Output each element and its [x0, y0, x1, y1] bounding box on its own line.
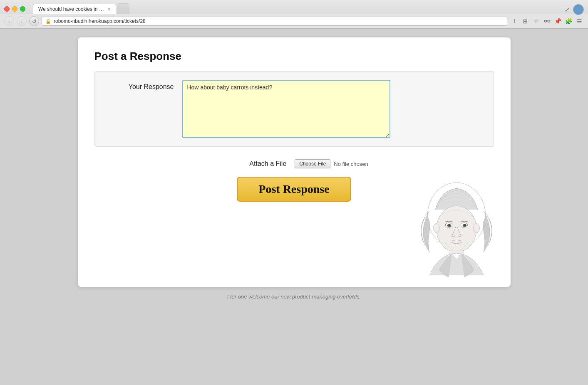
- svg-point-8: [464, 225, 466, 226]
- new-tab-placeholder[interactable]: [117, 3, 129, 14]
- response-form-row: Your Response: [107, 80, 481, 138]
- mask-icon[interactable]: 👓: [542, 17, 551, 26]
- response-form-section: Your Response: [94, 71, 494, 147]
- tab-close-icon[interactable]: ✕: [107, 7, 111, 12]
- browser-chrome: We should have cookies in t… ✕ ⤢ ‹ › ↺ 🔒…: [0, 0, 588, 29]
- url-text: robomo-nbudin.herokuapp.com/tickets/28: [54, 18, 504, 24]
- lock-icon: 🔒: [45, 19, 51, 24]
- refresh-icon: ↺: [32, 18, 37, 25]
- main-card: Post a Response Your Response Attach a F…: [78, 37, 511, 287]
- portrait-image: [402, 179, 511, 287]
- response-label: Your Response: [107, 80, 174, 91]
- choose-file-button[interactable]: Choose File: [295, 159, 330, 168]
- file-attach-row: Attach a File Choose File No file chosen: [94, 155, 494, 173]
- response-textarea[interactable]: [182, 80, 390, 138]
- maximize-window-button[interactable]: [20, 6, 25, 12]
- tab-title: We should have cookies in t…: [38, 6, 105, 12]
- puzzle-icon[interactable]: 🧩: [564, 17, 573, 26]
- footer-text: I for one welcome our new product-managi…: [227, 294, 361, 300]
- nav-bar: ‹ › ↺ 🔒 robomo-nbudin.herokuapp.com/tick…: [0, 14, 588, 29]
- extensions-icon[interactable]: ⊞: [521, 17, 530, 26]
- star-icon[interactable]: ☆: [531, 17, 541, 26]
- refresh-button[interactable]: ↺: [29, 16, 39, 26]
- portrait-svg: [402, 179, 511, 287]
- window-controls: [4, 6, 25, 12]
- expand-icon[interactable]: ⤢: [565, 6, 570, 13]
- browser-toolbar-icons: I ⊞ ☆ 👓 📌 🧩 ☰: [510, 17, 584, 26]
- active-tab[interactable]: We should have cookies in t… ✕: [33, 4, 116, 14]
- svg-point-2: [436, 206, 476, 252]
- minimize-window-button[interactable]: [12, 6, 17, 12]
- back-button[interactable]: ‹: [4, 16, 14, 26]
- pin-icon[interactable]: 📌: [553, 17, 562, 26]
- title-bar: We should have cookies in t… ✕ ⤢: [0, 0, 588, 14]
- forward-button[interactable]: ›: [17, 16, 27, 26]
- back-icon: ‹: [8, 18, 10, 25]
- profile-avatar[interactable]: [573, 4, 584, 15]
- close-window-button[interactable]: [4, 6, 10, 12]
- address-bar[interactable]: 🔒 robomo-nbudin.herokuapp.com/tickets/28: [42, 17, 507, 26]
- tab-bar: We should have cookies in t… ✕: [33, 3, 129, 14]
- cursor-icon[interactable]: I: [510, 17, 519, 26]
- file-input-group: Choose File No file chosen: [295, 159, 368, 168]
- forward-icon: ›: [21, 18, 22, 25]
- svg-point-7: [449, 225, 450, 226]
- page-background: Post a Response Your Response Attach a F…: [0, 29, 588, 385]
- file-attach-label: Attach a File: [220, 160, 286, 168]
- menu-icon[interactable]: ☰: [575, 17, 584, 26]
- no-file-text: No file chosen: [334, 161, 368, 167]
- page-title: Post a Response: [94, 50, 494, 63]
- post-response-button[interactable]: Post Response: [237, 177, 351, 202]
